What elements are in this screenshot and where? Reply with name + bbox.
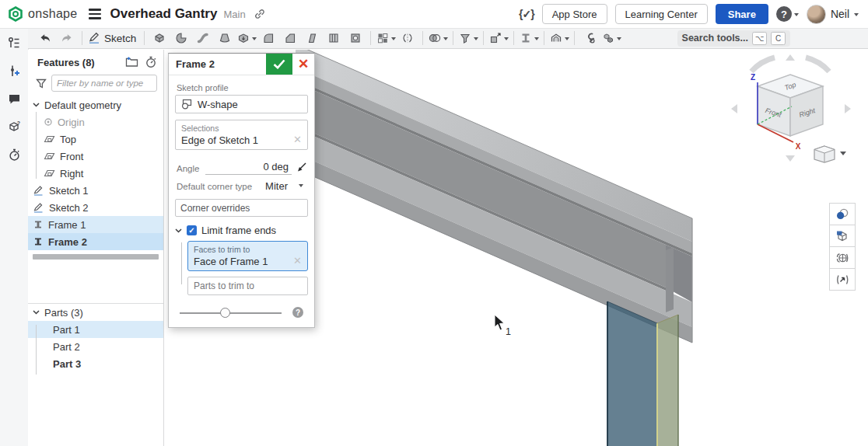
profile-shape-icon — [180, 99, 193, 110]
filter-icon[interactable] — [36, 78, 47, 89]
new-folder-icon[interactable] — [125, 56, 138, 68]
flip-direction-icon[interactable] — [295, 161, 308, 174]
view-cube[interactable]: Top Front Right Z X — [731, 54, 851, 162]
sketch-button[interactable]: Sketch — [86, 29, 140, 47]
cancel-button[interactable]: ✕ — [292, 54, 314, 75]
chamfer-button[interactable] — [279, 29, 301, 47]
part-row-3[interactable]: Part 3 — [28, 355, 163, 372]
user-name: Neil — [831, 8, 849, 20]
workspace-name[interactable]: Main — [223, 9, 245, 20]
fillet-icon — [261, 31, 275, 45]
opacity-slider-row: ? — [175, 305, 308, 319]
mirror-button[interactable] — [397, 29, 418, 47]
feature-row-frame-1[interactable]: Frame 1 — [28, 216, 163, 233]
angle-label: Angle — [177, 164, 199, 175]
split-button[interactable] — [457, 29, 479, 47]
comments-panel-button[interactable] — [0, 89, 28, 109]
feature-row-origin[interactable]: Origin — [28, 113, 163, 131]
chevron-down-icon — [252, 37, 257, 43]
feature-label: Front — [60, 151, 83, 162]
slider-handle[interactable] — [220, 308, 230, 318]
parts-to-trim-field[interactable]: Parts to trim to — [187, 277, 308, 295]
corner-overrides-field[interactable]: Corner overrides — [175, 199, 308, 217]
shortcut-key-c: C — [771, 32, 786, 45]
sweep-button[interactable] — [192, 29, 214, 47]
mirror-icon — [401, 31, 415, 45]
origin-icon — [44, 117, 53, 127]
help-menu[interactable]: ? — [776, 6, 799, 22]
cursor: 1 — [495, 315, 511, 337]
accept-button[interactable] — [266, 54, 292, 75]
fillet-button[interactable] — [257, 29, 279, 47]
onshape-logo[interactable]: onshape — [8, 6, 78, 22]
boolean-button[interactable] — [427, 29, 449, 47]
feature-row-front-plane[interactable]: Front — [28, 148, 163, 165]
named-views-icon — [835, 228, 850, 244]
search-tools[interactable]: Search tools... ⌥ C — [677, 30, 790, 47]
rib-button[interactable] — [323, 29, 345, 47]
performance-panel-button[interactable] — [0, 145, 28, 165]
corner-type-select[interactable]: Miter — [265, 180, 303, 192]
tools-button[interactable] — [579, 29, 600, 47]
model-help-panel-button[interactable]: ? — [0, 117, 28, 137]
revolve-button[interactable] — [170, 29, 192, 47]
feature-row-sketch-1[interactable]: Sketch 1 — [28, 182, 163, 199]
shell-button[interactable] — [345, 29, 366, 47]
selections-field[interactable]: Selections Edge of Sketch 1 ✕ — [175, 120, 308, 150]
user-menu[interactable]: Neil — [807, 5, 859, 24]
linear-pattern-button[interactable] — [375, 29, 397, 47]
model-help-icon: ? — [7, 120, 22, 134]
featurescript-icon[interactable]: {✓} — [519, 8, 534, 20]
faces-to-trim-field[interactable]: Faces to trim to Face of Frame 1 ✕ — [187, 241, 308, 271]
limit-frame-ends-label: Limit frame ends — [201, 225, 276, 236]
parts-to-trim-label: Parts to trim to — [194, 280, 254, 291]
variables-panel-button[interactable] — [0, 61, 28, 81]
redo-button[interactable] — [56, 29, 78, 47]
feature-row-right-plane[interactable]: Right — [28, 165, 163, 182]
feature-row-default-geometry[interactable]: Default geometry — [28, 96, 163, 113]
assembly-tools-button[interactable] — [600, 29, 622, 47]
feature-row-sketch-2[interactable]: Sketch 2 — [28, 199, 163, 216]
filter-input[interactable] — [51, 75, 157, 92]
appearances-tab-button[interactable] — [829, 203, 856, 225]
transform-button[interactable] — [488, 29, 509, 47]
rollback-bar[interactable] — [33, 254, 159, 260]
limit-frame-ends-row[interactable]: Limit frame ends — [175, 225, 308, 236]
limit-frame-ends-checkbox[interactable] — [187, 225, 197, 235]
part-row-2[interactable]: Part 2 — [28, 338, 163, 355]
parts-group-row[interactable]: Parts (3) — [28, 304, 163, 321]
column-preview-model[interactable] — [607, 301, 678, 446]
share-button[interactable]: Share — [716, 4, 768, 24]
extrude-button[interactable] — [149, 29, 170, 47]
app-store-button[interactable]: App Store — [542, 4, 607, 24]
section-view-tab-button[interactable] — [829, 246, 856, 269]
feature-row-top-plane[interactable]: Top — [28, 131, 163, 148]
sheet-metal-button[interactable] — [548, 29, 570, 47]
sketch-profile-field[interactable]: W-shape — [175, 95, 308, 113]
topbar-actions: {✓} App Store Learning Center Share ? Ne… — [519, 4, 859, 24]
slider-track[interactable] — [180, 312, 282, 314]
feature-label: Frame 1 — [48, 219, 86, 231]
part-row-1[interactable]: Part 1 — [28, 321, 163, 338]
view-options-button[interactable] — [814, 146, 846, 162]
top-bar: onshape Overhead Gantry Main {✓} App Sto… — [0, 0, 868, 29]
angle-input[interactable]: 0 deg — [205, 161, 292, 175]
undo-button[interactable] — [34, 29, 56, 47]
draft-button[interactable] — [301, 29, 323, 47]
thicken-button[interactable] — [236, 29, 257, 47]
dialog-help-icon[interactable]: ? — [292, 307, 303, 318]
clear-selection-icon[interactable]: ✕ — [293, 134, 302, 145]
document-menu-icon[interactable] — [89, 9, 101, 19]
feature-row-frame-2[interactable]: Frame 2 — [28, 233, 163, 250]
learning-center-button[interactable]: Learning Center — [615, 4, 708, 24]
share-link-icon[interactable] — [254, 8, 266, 20]
section-view-icon — [835, 250, 850, 266]
curvature-tab-button[interactable] — [829, 268, 856, 291]
feature-list-panel-button[interactable] — [0, 33, 28, 53]
beam-model[interactable] — [296, 50, 692, 343]
rollback-timer-icon[interactable] — [145, 56, 157, 68]
clear-selection-icon[interactable]: ✕ — [293, 255, 302, 267]
loft-button[interactable] — [214, 29, 236, 47]
frame-button[interactable] — [518, 29, 540, 47]
named-views-tab-button[interactable] — [829, 225, 856, 247]
